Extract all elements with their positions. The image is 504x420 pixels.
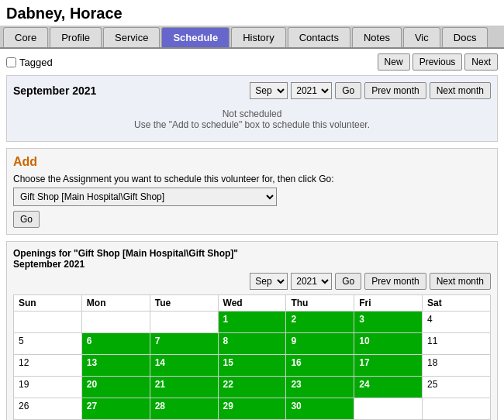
tab-history[interactable]: History bbox=[231, 27, 285, 47]
tab-vic[interactable]: Vic bbox=[403, 27, 440, 47]
cal-header-sat: Sat bbox=[423, 295, 491, 312]
calendar-day bbox=[150, 312, 218, 333]
calendar-day: 4 bbox=[423, 312, 491, 333]
calendar-day-available[interactable]: 1 bbox=[218, 312, 286, 333]
calendar-day-available[interactable]: 22 bbox=[218, 377, 286, 398]
tab-contacts[interactable]: Contacts bbox=[288, 27, 350, 47]
calendar-day bbox=[354, 398, 423, 420]
calendar-day bbox=[81, 312, 150, 333]
schedule-section: September 2021 JanFebMarAprMayJunJulAugS… bbox=[6, 75, 498, 142]
cal-header-fri: Fri bbox=[354, 295, 423, 312]
add-section: Add Choose the Assignment you want to sc… bbox=[6, 148, 498, 235]
calendar-day-available[interactable]: 6 bbox=[81, 333, 150, 355]
new-button[interactable]: New bbox=[378, 53, 410, 71]
table-row: 2627282930 bbox=[14, 398, 491, 420]
cal-month-select[interactable]: JanFebMarAprMayJunJulAugSepOctNovDec bbox=[250, 273, 288, 290]
calendar-day-available[interactable]: 30 bbox=[286, 398, 354, 420]
calendar-day-available[interactable]: 17 bbox=[354, 355, 423, 377]
calendar-day-available[interactable]: 8 bbox=[218, 333, 286, 355]
tab-service[interactable]: Service bbox=[103, 27, 160, 47]
calendar-day-available[interactable]: 23 bbox=[286, 377, 354, 398]
schedule-year-select[interactable]: 20192020202120222023 bbox=[291, 82, 332, 99]
next-button[interactable]: Next bbox=[464, 53, 498, 71]
calendar-day-available[interactable]: 16 bbox=[286, 355, 354, 377]
cal-header-line2: September 2021 bbox=[13, 259, 491, 270]
tab-docs[interactable]: Docs bbox=[442, 27, 488, 47]
calendar-day-available[interactable]: 14 bbox=[150, 355, 218, 377]
cal-header-tue: Tue bbox=[150, 295, 218, 312]
table-row: 12131415161718 bbox=[14, 355, 491, 377]
not-scheduled-line1: Not scheduled bbox=[13, 108, 491, 119]
calendar-day-available[interactable]: 7 bbox=[150, 333, 218, 355]
calendar-day-available[interactable]: 27 bbox=[81, 398, 150, 420]
cal-header-thu: Thu bbox=[286, 295, 354, 312]
calendar-day-available[interactable]: 3 bbox=[354, 312, 423, 333]
add-instruction: Choose the Assignment you want to schedu… bbox=[13, 174, 491, 184]
calendar-day: 26 bbox=[14, 398, 82, 420]
calendar-day-available[interactable]: 29 bbox=[218, 398, 286, 420]
calendar-day: 5 bbox=[14, 333, 82, 355]
cal-header-line1: Openings for "Gift Shop [Main Hospital\G… bbox=[13, 248, 491, 259]
schedule-next-month-button[interactable]: Next month bbox=[430, 82, 491, 99]
add-title: Add bbox=[13, 155, 491, 169]
tab-profile[interactable]: Profile bbox=[50, 27, 102, 47]
schedule-month-select[interactable]: JanFebMarAprMayJunJulAugSepOctNovDec bbox=[250, 82, 288, 99]
table-row: 1234 bbox=[14, 312, 491, 333]
calendar-day-available[interactable]: 10 bbox=[354, 333, 423, 355]
cal-nav: JanFebMarAprMayJunJulAugSepOctNovDec 201… bbox=[13, 273, 491, 290]
table-row: 19202122232425 bbox=[14, 377, 491, 398]
calendar-section: Openings for "Gift Shop [Main Hospital\G… bbox=[6, 241, 498, 420]
schedule-go-button[interactable]: Go bbox=[335, 82, 361, 99]
add-go-button[interactable]: Go bbox=[13, 211, 40, 228]
schedule-nav: JanFebMarAprMayJunJulAugSepOctNovDec 201… bbox=[250, 82, 491, 99]
cal-header-mon: Mon bbox=[81, 295, 150, 312]
not-scheduled-line2: Use the "Add to schedule" box to schedul… bbox=[13, 119, 491, 130]
page-title: Dabney, Horace bbox=[0, 0, 504, 26]
tab-schedule[interactable]: Schedule bbox=[161, 27, 230, 47]
calendar-day-available[interactable]: 13 bbox=[81, 355, 150, 377]
calendar-day bbox=[14, 312, 82, 333]
calendar-day bbox=[423, 398, 491, 420]
cal-year-select[interactable]: 20192020202120222023 bbox=[291, 273, 332, 290]
schedule-month-title: September 2021 bbox=[13, 84, 96, 97]
calendar-day: 18 bbox=[423, 355, 491, 377]
calendar-day-available[interactable]: 15 bbox=[218, 355, 286, 377]
calendar-day-available[interactable]: 20 bbox=[81, 377, 150, 398]
tab-bar: CoreProfileServiceScheduleHistoryContact… bbox=[0, 26, 504, 49]
calendar-day: 11 bbox=[423, 333, 491, 355]
tab-notes[interactable]: Notes bbox=[352, 27, 402, 47]
calendar-day-available[interactable]: 24 bbox=[354, 377, 423, 398]
calendar-day-available[interactable]: 28 bbox=[150, 398, 218, 420]
cal-header-sun: Sun bbox=[14, 295, 82, 312]
calendar-day: 12 bbox=[14, 355, 82, 377]
calendar-day-available[interactable]: 9 bbox=[286, 333, 354, 355]
cal-next-month-button[interactable]: Next month bbox=[430, 273, 491, 290]
calendar-day: 19 bbox=[14, 377, 82, 398]
tagged-checkbox[interactable] bbox=[6, 57, 16, 67]
previous-button[interactable]: Previous bbox=[413, 53, 463, 71]
schedule-prev-month-button[interactable]: Prev month bbox=[364, 82, 426, 99]
tagged-label: Tagged bbox=[19, 57, 53, 68]
calendar-day-available[interactable]: 21 bbox=[150, 377, 218, 398]
calendar-day: 25 bbox=[423, 377, 491, 398]
calendar-table: SunMonTueWedThuFriSat 123456789101112131… bbox=[13, 294, 491, 420]
cal-go-button[interactable]: Go bbox=[335, 273, 361, 290]
assignment-select[interactable]: Gift Shop [Main Hospital\Gift Shop] bbox=[13, 188, 277, 206]
cal-header: Openings for "Gift Shop [Main Hospital\G… bbox=[13, 248, 491, 270]
tab-core[interactable]: Core bbox=[3, 27, 48, 47]
table-row: 567891011 bbox=[14, 333, 491, 355]
cal-prev-month-button[interactable]: Prev month bbox=[364, 273, 426, 290]
cal-header-wed: Wed bbox=[218, 295, 286, 312]
calendar-day-available[interactable]: 2 bbox=[286, 312, 354, 333]
